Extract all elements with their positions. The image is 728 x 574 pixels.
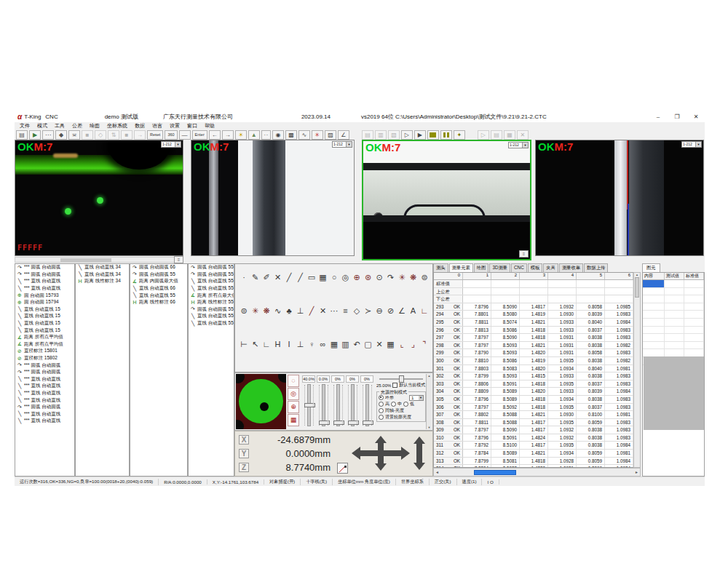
ring-rings-icon[interactable]: ◎ (288, 388, 299, 400)
tab-模板[interactable]: 模板 (528, 263, 543, 272)
ring-channel-select[interactable]: 1▼ (409, 395, 424, 401)
tab-测量元素[interactable]: 测量元素 (449, 263, 473, 272)
menu-item-窗口[interactable]: 窗口 (187, 122, 197, 129)
chart-button[interactable]: ∠ (338, 130, 349, 140)
run-button[interactable]: ▷ (401, 130, 413, 140)
camera1-range-select[interactable]: 1-212▼ (161, 141, 181, 148)
tab-数据上传[interactable]: 数据上传 (584, 263, 608, 272)
circle-dot-icon[interactable]: ⊙ (374, 273, 384, 282)
feature-item[interactable]: ⊕圆 自动圆 15793 (15, 292, 74, 299)
light-slider-5[interactable]: 0% (360, 375, 374, 428)
feature-item[interactable]: ↷*** 圆弧 自动圆弧 (15, 369, 74, 376)
feature-item[interactable]: ╲直线 自动直线 15 (15, 306, 74, 314)
feature-item[interactable]: H距离 线性标注 55 (189, 299, 234, 306)
multi-point-icon[interactable]: ⋯ (329, 306, 339, 316)
slider-track[interactable] (307, 384, 311, 426)
circle-spoke-a-icon[interactable]: ✳ (397, 273, 407, 282)
circle-cross-icon[interactable]: ⊛ (363, 273, 373, 282)
camera2-range-select[interactable]: 1-212▼ (332, 141, 352, 148)
menu-item-帮助[interactable]: 帮助 (205, 122, 215, 129)
feature-item[interactable]: ↷*** 圆弧 自动圆弧 (15, 404, 74, 411)
feature-item[interactable]: ↷圆弧 自动圆弧 66 (130, 264, 187, 271)
undo-icon[interactable]: ↶ (352, 340, 362, 349)
feature-item[interactable]: ⊘直径标注 15802 (15, 355, 74, 362)
table-row[interactable]: 301OK7.88038.50831.48201.09340.80401.098… (434, 365, 640, 373)
xy-jog-arrows-icon[interactable] (350, 434, 412, 472)
results-vscrollbar[interactable]: ▲ (633, 272, 641, 468)
light-slider-1[interactable]: 40.0% (301, 375, 316, 428)
table-row[interactable]: 标准值 (434, 280, 640, 288)
table-row[interactable]: 309OK7.87978.50901.48171.09320.80381.098… (434, 426, 640, 434)
table-row[interactable]: 312OK7.87848.50891.48211.09340.80591.098… (434, 450, 640, 458)
feature-item[interactable]: ↷圆弧 自动圆弧 55 (189, 306, 234, 314)
circle-spoke-b-icon[interactable]: ❋ (408, 273, 419, 282)
feature-item[interactable]: ╲直线 自动直线 15 (15, 327, 74, 334)
table-row[interactable]: 304OK7.88098.50891.48201.09330.80391.098… (434, 388, 640, 396)
delete-element-icon[interactable]: ✕ (374, 340, 384, 349)
circle-scan-icon[interactable]: ⊕ (352, 273, 362, 282)
menu-item-绘图[interactable]: 绘图 (90, 122, 100, 129)
table-row[interactable]: 303OK7.88068.50911.48181.09350.80371.098… (434, 380, 640, 388)
feature-item[interactable]: ╲*** 直线 自动直线 (15, 396, 74, 404)
rect-tool-icon[interactable]: ▭ (306, 273, 317, 282)
feature-item[interactable]: ╲*** 直线 自动直线 (15, 376, 74, 383)
level-radio-中[interactable] (391, 402, 396, 407)
feature-item[interactable]: ╲直线 自动直线 15 (15, 320, 74, 327)
feature-item[interactable]: ╲直线 自动直线 55 (189, 320, 234, 327)
tab-绘图[interactable]: 绘图 (474, 263, 489, 272)
menu-item-模式[interactable]: 模式 (37, 122, 47, 129)
rotate-360-button[interactable]: 360 (165, 130, 177, 140)
h-bar-icon[interactable]: H (273, 340, 283, 349)
grid-box-icon[interactable]: ▦ (329, 340, 339, 349)
light-bulb-button[interactable]: ☀ (235, 130, 247, 140)
feature-item[interactable]: ╲直线 自动直线 55 (189, 313, 234, 320)
light-slider-4[interactable]: 0% (345, 375, 360, 428)
run-to-end-button[interactable]: ▶ (414, 130, 426, 140)
feature-item[interactable]: ↷*** 圆弧 自动圆弧 (15, 264, 74, 271)
line-2-icon[interactable]: ╱ (296, 273, 306, 282)
scrollbar-thumb[interactable] (635, 277, 639, 298)
dash-button[interactable]: - - (261, 130, 271, 140)
table-row[interactable]: 300OK7.88108.50861.48191.09350.80381.098… (434, 357, 640, 365)
camera-view-1[interactable]: OKM:7 1-212▼ FFFFF (15, 140, 183, 256)
feature-item[interactable]: ⊘直径标注 15801 (15, 348, 74, 355)
scrollbar-thumb[interactable] (60, 258, 111, 262)
ring-all-icon[interactable]: ▦ (288, 414, 299, 426)
menu-item-设置[interactable]: 设置 (170, 122, 180, 129)
feature-item[interactable]: ╲*** 直线 自动直线 (15, 418, 74, 425)
stop-button[interactable] (427, 130, 439, 140)
table-row[interactable]: 311OK7.87928.51001.48171.09350.80381.098… (434, 442, 640, 450)
menu-item-文件[interactable]: 文件 (20, 122, 30, 129)
element-row[interactable] (643, 319, 704, 327)
ring-segment-icon[interactable]: ◌ (288, 375, 299, 387)
camera1-scrollbar[interactable] (15, 257, 183, 263)
results-hscrollbar[interactable]: ◄► (433, 468, 641, 477)
h-dimension-icon[interactable]: ⊢ (239, 340, 249, 349)
feature-item[interactable]: ↷*** 圆弧 自动圆弧 (15, 362, 74, 369)
pause-button[interactable] (440, 130, 452, 140)
feature-item[interactable]: ╲直线 自动直线 55 (189, 278, 234, 285)
feature-item[interactable]: ╲*** 直线 自动直线 (15, 278, 74, 285)
table-row[interactable]: 310OK7.87968.50911.48241.09320.80381.098… (434, 434, 640, 442)
close-button[interactable]: ✕ (690, 113, 702, 120)
circle-spoke-c-icon[interactable]: ✳ (250, 306, 261, 316)
double-circle-icon[interactable]: ∞ (318, 340, 328, 349)
table-row[interactable]: 295OK7.88118.50741.48211.09330.80401.098… (434, 319, 640, 327)
feature-item[interactable]: ↷圆弧 自动圆弧 55 (130, 271, 187, 279)
element-row[interactable] (643, 327, 704, 335)
default-mode-checkbox[interactable] (392, 383, 397, 388)
menu-item-公差[interactable]: 公差 (72, 122, 82, 129)
tab-3D测量[interactable]: 3D测量 (489, 263, 510, 272)
calculator-icon[interactable]: ▦ (386, 340, 396, 349)
option-radio[interactable] (379, 415, 384, 420)
level-radio-高[interactable] (379, 402, 384, 407)
scrollbar-thumb[interactable] (474, 470, 516, 475)
wave-icon[interactable]: ∿ (273, 306, 283, 316)
pattern-button[interactable]: ▩ (285, 130, 297, 140)
diag-dimension-icon[interactable]: ↖ (250, 340, 261, 349)
feature-item[interactable]: ↷圆弧 自动圆弧 55 (189, 271, 234, 279)
table-row[interactable]: 307OK7.88028.50881.48211.09300.81001.098… (434, 411, 640, 419)
slider-track[interactable] (365, 384, 369, 426)
slider-thumb[interactable] (348, 420, 359, 425)
camera-view-3-selected[interactable]: OKM:7 1-212▼ ≡ (362, 140, 531, 260)
